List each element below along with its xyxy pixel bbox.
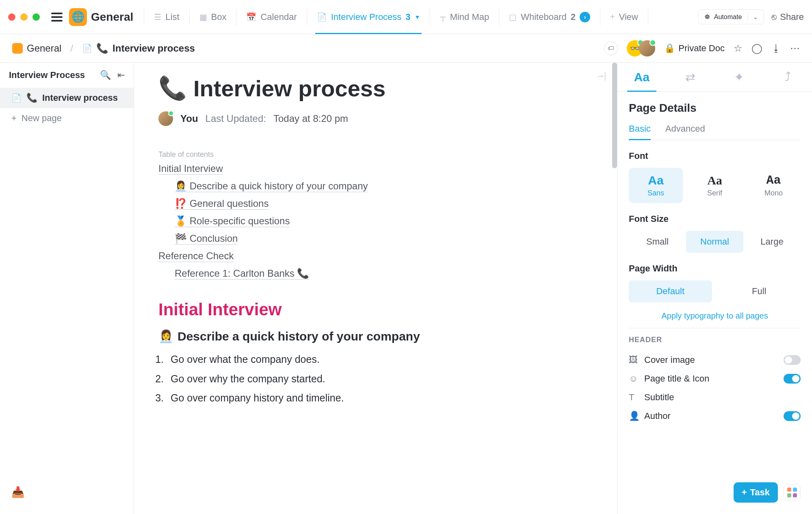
new-task-button[interactable]: + Task (734, 482, 778, 503)
list-icon: ☰ (154, 12, 161, 22)
view-tabs: ☰ List ▦ Box 📅 Calendar 📄 Interview Proc… (143, 0, 697, 34)
chevron-down-icon[interactable]: ▼ (415, 14, 420, 20)
maximize-window-icon[interactable] (32, 13, 40, 21)
font-size-normal[interactable]: Normal (686, 231, 743, 253)
privacy-button[interactable]: 🔒 Private Doc (664, 43, 725, 54)
tag-icon[interactable]: 🏷 (604, 41, 618, 55)
toggle-switch[interactable] (784, 374, 801, 384)
automate-button[interactable]: ☸ Automate ⌄ (698, 9, 764, 24)
inbox-icon[interactable]: 📥 (0, 486, 134, 507)
share-button[interactable]: ⎋ Share (771, 12, 804, 22)
more-icon[interactable]: ⋯ (790, 43, 800, 54)
tab-advanced[interactable]: Advanced (665, 124, 705, 140)
right-panel-tabs: Aa ⇄ ✦ ⤴ (617, 63, 812, 92)
list-item[interactable]: Go over what the company does. (167, 350, 593, 369)
workspace-mini-icon (12, 43, 23, 54)
close-window-icon[interactable] (8, 13, 15, 21)
font-label: Serif (707, 189, 722, 197)
view-tab-list[interactable]: ☰ List (145, 0, 188, 34)
minimize-window-icon[interactable] (20, 13, 28, 21)
toc-link[interactable]: Reference Check (158, 250, 234, 262)
page-width-default[interactable]: Default (629, 280, 712, 302)
view-tab-box[interactable]: ▦ Box (191, 0, 236, 34)
list-item[interactable]: Go over why the company started. (167, 369, 593, 389)
workspace-chip[interactable]: 🌐 General (69, 8, 133, 26)
font-sample: Aa (707, 174, 722, 187)
view-tab-interview-process[interactable]: 📄 Interview Process 3 ▼ (308, 0, 429, 34)
chevron-down-icon[interactable]: ⌄ (747, 13, 758, 21)
heading-2[interactable]: 👩‍💼 Describe a quick history of your com… (158, 329, 593, 343)
view-tab-calendar[interactable]: 📅 Calendar (237, 0, 305, 34)
body: Interview Process 🔍 ⇤ 📄 📞 Interview proc… (0, 63, 812, 514)
tab-basic[interactable]: Basic (629, 124, 651, 140)
heading-emoji: 👩‍💼 (158, 329, 173, 343)
toc-link[interactable]: ⁉️ General questions (175, 198, 269, 210)
add-view-button[interactable]: + View (601, 0, 647, 34)
menu-icon[interactable] (51, 13, 63, 22)
heading-1[interactable]: Initial Interview (158, 300, 593, 319)
collapse-right-icon[interactable]: →⎸ (596, 71, 613, 81)
font-option-sans[interactable]: Aa Sans (629, 168, 683, 203)
view-tab-whiteboard[interactable]: ▢ Whiteboard 2 › (500, 0, 599, 34)
new-page-button[interactable]: + New page (0, 108, 134, 128)
toggle-switch[interactable] (784, 411, 801, 421)
whiteboard-icon: ▢ (509, 12, 517, 22)
font-size-section-label: Font Size (629, 214, 801, 224)
view-tab-mindmap[interactable]: ┬ Mind Map (431, 0, 498, 34)
collapse-icon[interactable]: ⇤ (117, 70, 125, 80)
toggle-switch[interactable] (784, 355, 801, 365)
right-panel-body: Page Details Basic Advanced Font Aa Sans… (617, 92, 812, 514)
privacy-label: Private Doc (678, 43, 725, 54)
search-icon[interactable]: 🔍 (100, 70, 111, 80)
font-option-mono[interactable]: Aa Mono (747, 168, 801, 203)
comment-icon[interactable]: ◯ (751, 43, 762, 54)
toggle-title-icon: ☺ Page title & Icon (629, 369, 801, 388)
sidebar-header: Interview Process 🔍 ⇤ (0, 70, 134, 88)
toc-link[interactable]: 🏁 Conclusion (175, 233, 238, 245)
font-section-label: Font (629, 151, 801, 161)
tab-typography[interactable]: Aa (617, 63, 666, 91)
tab-export[interactable]: ⤴ (763, 63, 812, 91)
separator (236, 9, 236, 25)
avatar-stack[interactable]: 👓 (627, 40, 655, 56)
font-label: Mono (764, 189, 783, 197)
toggle-label: Author (644, 411, 671, 421)
view-label: Whiteboard (521, 12, 567, 22)
toc-link[interactable]: 🏅 Role-specific questions (175, 215, 290, 227)
breadcrumb-root[interactable]: General (27, 43, 61, 54)
font-sample: Aa (648, 174, 663, 187)
font-size-small[interactable]: Small (629, 231, 686, 253)
toc-link[interactable]: 👩‍💼 Describe a quick history of your com… (175, 180, 368, 192)
new-page-label: New page (22, 113, 62, 124)
star-icon[interactable]: ☆ (734, 43, 743, 54)
font-option-serif[interactable]: Aa Serif (688, 168, 742, 203)
sidebar-item-interview-process[interactable]: 📄 📞 Interview process (0, 88, 134, 108)
ordered-list[interactable]: Go over what the company does. Go over w… (158, 350, 593, 408)
list-item[interactable]: Go over company history and timeline. (167, 388, 593, 408)
relations-icon: ⇄ (685, 70, 695, 84)
view-label: Box (211, 12, 227, 22)
apply-typography-link[interactable]: Apply typography to all pages (629, 311, 801, 321)
sidebar-title: Interview Process (9, 70, 85, 80)
document-icon: 📄 (82, 43, 92, 53)
box-icon: ▦ (199, 12, 207, 22)
page-title[interactable]: 📞 Interview process (158, 75, 593, 102)
separator (189, 9, 190, 25)
breadcrumb-bar: General / 📄 📞 Interview process 🏷 👓 🔒 Pr… (0, 34, 812, 63)
sidebar-item-emoji: 📞 (26, 93, 37, 103)
toc-link[interactable]: Initial Interview (158, 163, 223, 175)
tab-relations[interactable]: ⇄ (666, 63, 715, 91)
doc-meta: You Last Updated: Today at 8:20 pm (158, 111, 593, 126)
separator (600, 9, 600, 25)
automate-label: Automate (714, 13, 742, 21)
view-label: Calendar (260, 12, 297, 22)
download-icon[interactable]: ⭳ (771, 43, 781, 54)
font-size-large[interactable]: Large (743, 231, 801, 253)
left-sidebar: Interview Process 🔍 ⇤ 📄 📞 Interview proc… (0, 63, 134, 514)
page-width-full[interactable]: Full (718, 280, 801, 302)
tab-ai[interactable]: ✦ (715, 63, 764, 91)
arrow-right-icon[interactable]: › (580, 12, 590, 22)
breadcrumb-page[interactable]: Interview process (113, 43, 195, 54)
toc-link[interactable]: Reference 1: Carlton Banks 📞 (175, 268, 310, 280)
apps-button[interactable] (784, 484, 801, 501)
